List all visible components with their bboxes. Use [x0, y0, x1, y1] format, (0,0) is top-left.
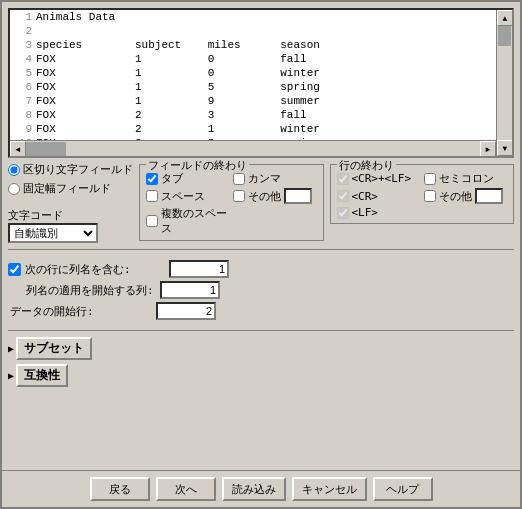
cr-checkbox-item[interactable]: <CR>: [337, 188, 420, 204]
preview-line: 6FOX 1 5 spring: [10, 80, 496, 94]
scroll-track-v[interactable]: [497, 26, 512, 140]
tab-label: タブ: [161, 171, 183, 186]
field-end-group: フィールドの終わり タブ カンマ スペース: [139, 164, 324, 241]
scroll-down-button[interactable]: ▼: [497, 140, 513, 156]
start-apply-input[interactable]: [160, 281, 220, 299]
include-columns-label: 次の行に列名を含む:: [25, 262, 165, 277]
crlf-checkbox[interactable]: [337, 173, 349, 185]
radio-delimited-label: 区切り文字フィールド: [23, 162, 133, 177]
include-columns-input[interactable]: [169, 260, 229, 278]
lf-label: <LF>: [352, 206, 379, 219]
compatibility-section[interactable]: ▶ 互換性: [8, 364, 514, 387]
dialog: 1Animals Data 2 3species subject miles s…: [0, 0, 522, 509]
semicolon-label: セミコロン: [439, 171, 494, 186]
next-button[interactable]: 次へ: [156, 477, 216, 501]
main-content: 区切り文字フィールド 固定幅フィールド 文字コード 自動識別 フィールドの終わり: [2, 162, 520, 470]
semicolon-checkbox-item[interactable]: セミコロン: [424, 171, 507, 186]
include-columns-checkbox[interactable]: [8, 263, 21, 276]
subset-section[interactable]: ▶ サブセット: [8, 337, 514, 360]
scroll-thumb-h[interactable]: [26, 142, 66, 157]
preview-line: 8FOX 2 3 fall: [10, 108, 496, 122]
preview-area: 1Animals Data 2 3species subject miles s…: [8, 8, 514, 158]
cr-label: <CR>: [352, 190, 379, 203]
lf-checkbox-item[interactable]: <LF>: [337, 206, 420, 219]
crlf-checkbox-item[interactable]: <CR>+<LF>: [337, 171, 420, 186]
radio-fixed-input[interactable]: [8, 183, 20, 195]
multi-space-label: 複数のスペース: [161, 206, 229, 236]
line-other-input[interactable]: [475, 188, 503, 204]
preview-line: 4FOX 1 0 fall: [10, 52, 496, 66]
comma-label: カンマ: [248, 171, 281, 186]
line-other-checkbox[interactable]: [424, 190, 436, 202]
preview-line: 7FOX 1 9 summer: [10, 94, 496, 108]
line-other-label: その他: [439, 189, 472, 204]
back-button[interactable]: 戻る: [90, 477, 150, 501]
cr-checkbox[interactable]: [337, 190, 349, 202]
subset-arrow-icon: ▶: [8, 343, 14, 354]
radio-delimited-input[interactable]: [8, 164, 20, 176]
space-label: スペース: [161, 189, 205, 204]
radio-charcode-group: 区切り文字フィールド 固定幅フィールド 文字コード 自動識別: [8, 162, 133, 243]
bottom-bar: 戻る 次へ 読み込み キャンセル ヘルプ: [2, 470, 520, 507]
scroll-up-button[interactable]: ▲: [497, 10, 513, 26]
field-other-input[interactable]: [284, 188, 312, 204]
preview-line: 5FOX 1 0 winter: [10, 66, 496, 80]
compatibility-arrow-icon: ▶: [8, 370, 14, 381]
data-start-row: データの開始行:: [8, 302, 514, 320]
preview-line: 1Animals Data: [10, 10, 496, 24]
multi-space-checkbox-item[interactable]: 複数のスペース: [146, 206, 229, 236]
separator2: [8, 330, 514, 331]
preview-line: 3species subject miles season: [10, 38, 496, 52]
scroll-left-button[interactable]: ◄: [10, 141, 26, 157]
line-end-group: 行の終わり <CR>+<LF> セミコロン <CR>: [330, 164, 515, 224]
scroll-track-h[interactable]: [26, 141, 480, 156]
data-start-input[interactable]: [156, 302, 216, 320]
space-checkbox[interactable]: [146, 190, 158, 202]
tab-checkbox[interactable]: [146, 173, 158, 185]
field-other-checkbox-item[interactable]: その他: [233, 188, 316, 204]
subset-button[interactable]: サブセット: [16, 337, 92, 360]
data-start-label: データの開始行:: [8, 304, 148, 319]
multi-space-checkbox[interactable]: [146, 215, 158, 227]
radio-fixed[interactable]: 固定幅フィールド: [8, 181, 133, 196]
start-apply-label: 列名の適用を開始する列:: [8, 283, 156, 298]
char-code-select[interactable]: 自動識別: [8, 223, 98, 243]
horizontal-scrollbar[interactable]: ◄ ►: [10, 140, 496, 156]
vertical-scrollbar[interactable]: ▲ ▼: [496, 10, 512, 156]
scroll-right-button[interactable]: ►: [480, 141, 496, 157]
options-row: 区切り文字フィールド 固定幅フィールド 文字コード 自動識別 フィールドの終わり: [8, 162, 514, 243]
field-other-checkbox[interactable]: [233, 190, 245, 202]
compatibility-button[interactable]: 互換性: [16, 364, 68, 387]
line-other-checkbox-item[interactable]: その他: [424, 188, 507, 204]
tab-checkbox-item[interactable]: タブ: [146, 171, 229, 186]
field-end-checkboxes: タブ カンマ スペース その他: [146, 171, 317, 236]
comma-checkbox-item[interactable]: カンマ: [233, 171, 316, 186]
char-code-label: 文字コード: [8, 208, 133, 223]
preview-line: 9FOX 2 1 winter: [10, 122, 496, 136]
radio-delimited[interactable]: 区切り文字フィールド: [8, 162, 133, 177]
lf-checkbox[interactable]: [337, 207, 349, 219]
cancel-button[interactable]: キャンセル: [292, 477, 367, 501]
preview-line: 2: [10, 24, 496, 38]
start-apply-row: 列名の適用を開始する列:: [8, 281, 514, 299]
expandable-sections: ▶ サブセット ▶ 互換性: [8, 337, 514, 387]
field-other-label: その他: [248, 189, 281, 204]
comma-checkbox[interactable]: [233, 173, 245, 185]
preview-content: 1Animals Data 2 3species subject miles s…: [10, 10, 512, 158]
help-button[interactable]: ヘルプ: [373, 477, 433, 501]
scroll-thumb-v[interactable]: [498, 26, 511, 46]
semicolon-checkbox[interactable]: [424, 173, 436, 185]
row-options: 次の行に列名を含む: 列名の適用を開始する列: データの開始行:: [8, 256, 514, 324]
include-columns-row: 次の行に列名を含む:: [8, 260, 514, 278]
char-code-section: 文字コード 自動識別: [8, 204, 133, 243]
radio-fixed-label: 固定幅フィールド: [23, 181, 111, 196]
field-end-title: フィールドの終わり: [146, 158, 249, 173]
line-end-title: 行の終わり: [337, 158, 396, 173]
separator1: [8, 249, 514, 250]
read-button[interactable]: 読み込み: [222, 477, 286, 501]
space-checkbox-item[interactable]: スペース: [146, 188, 229, 204]
line-end-checkboxes: <CR>+<LF> セミコロン <CR> その他: [337, 171, 508, 219]
crlf-label: <CR>+<LF>: [352, 172, 412, 185]
